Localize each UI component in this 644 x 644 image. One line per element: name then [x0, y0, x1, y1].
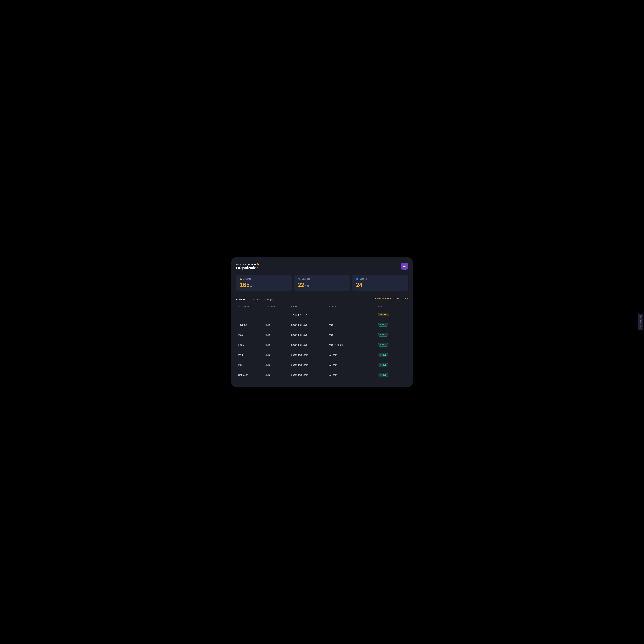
cell-more: ···	[398, 340, 408, 350]
cell-firstname: Franz	[236, 340, 263, 350]
cell-lastname: Müller	[263, 340, 289, 350]
table-row: Mark Müller abc@gmail.com A-Team Active …	[236, 350, 408, 360]
cell-groups: -	[327, 310, 376, 320]
stat-card-athletes: 🏅 Athletes 165/229	[236, 275, 292, 291]
table-header-row: First Name Last Name Email Groups Status	[236, 303, 408, 310]
tabs-left: Athletes Coaches Groups	[236, 296, 273, 303]
cell-groups: U18	[327, 330, 376, 340]
tab-athletes[interactable]: Athletes	[236, 296, 245, 303]
status-badge: Invited	[378, 313, 389, 316]
cell-lastname: Müller	[263, 360, 289, 370]
cell-status: Active	[376, 360, 398, 370]
members-table: First Name Last Name Email Groups Status…	[236, 303, 408, 380]
cell-firstname: Mark	[236, 350, 263, 360]
status-badge: Active	[378, 373, 388, 377]
status-badge: Active	[378, 333, 388, 337]
cell-more: ···	[398, 320, 408, 330]
stat-card-coaches: 👤 Coaches 22/33	[294, 275, 350, 291]
members-table-wrap: First Name Last Name Email Groups Status…	[236, 303, 408, 380]
cell-status: Active	[376, 370, 398, 380]
more-options-button[interactable]: ···	[400, 342, 406, 347]
cell-firstname: Max	[236, 330, 263, 340]
cell-more: ···	[398, 360, 408, 370]
cell-lastname: Müller	[263, 330, 289, 340]
athletes-icon: 🏅	[239, 278, 242, 280]
col-header-email: Email	[289, 303, 327, 310]
table-row: Thomas Müller abc@gmail.com U18 Active ·…	[236, 320, 408, 330]
col-header-more	[398, 303, 408, 310]
stat-card-groups: 👥 Groups 24	[352, 275, 408, 291]
cell-more: ···	[398, 350, 408, 360]
tab-coaches[interactable]: Coaches	[250, 296, 260, 303]
tab-groups[interactable]: Groups	[264, 296, 273, 303]
cell-status: Active	[376, 340, 398, 350]
cell-firstname: -	[236, 310, 263, 320]
groups-icon: 👥	[356, 278, 359, 280]
table-row: - - abc@gmail.com - Invited ···	[236, 310, 408, 320]
add-group-button[interactable]: Add Group	[396, 297, 408, 300]
feedback-tab[interactable]: FEEDBACK	[638, 314, 642, 330]
cell-lastname: Müller	[263, 320, 289, 330]
cell-status: Active	[376, 320, 398, 330]
table-row: Paul Müller abc@gmail.com A-Team Active …	[236, 360, 408, 370]
more-options-button[interactable]: ···	[400, 312, 406, 317]
header-row: Welcome, Admin 👋 Organization	[236, 263, 408, 274]
col-header-groups: Groups	[327, 303, 376, 310]
cell-email: abc@gmail.com	[289, 350, 327, 360]
cell-more: ···	[398, 330, 408, 340]
invite-members-button[interactable]: Invite Members	[375, 297, 392, 300]
cell-email: abc@gmail.com	[289, 320, 327, 330]
table-row: Franz Müller abc@gmail.com U18, A-Team A…	[236, 340, 408, 350]
cell-status: Active	[376, 330, 398, 340]
stat-card-groups-label: 👥 Groups	[356, 278, 405, 280]
cell-groups: A-Team	[327, 370, 376, 380]
welcome-text: Welcome, Admin 👋	[236, 263, 260, 266]
cell-firstname: Paul	[236, 360, 263, 370]
status-badge: Active	[378, 363, 388, 367]
logo-icon[interactable]	[401, 263, 408, 270]
cell-email: abc@gmail.com	[289, 360, 327, 370]
cell-firstname: Thomas	[236, 320, 263, 330]
cell-more: ···	[398, 310, 408, 320]
svg-point-0	[404, 265, 405, 266]
page-title: Organization	[236, 266, 260, 270]
tabs-actions: Invite Members Add Group	[375, 297, 408, 302]
cell-email: abc@gmail.com	[289, 310, 327, 320]
cell-lastname: -	[263, 310, 289, 320]
cell-more: ···	[398, 370, 408, 380]
more-options-button[interactable]: ···	[400, 332, 406, 337]
cell-email: abc@gmail.com	[289, 330, 327, 340]
stat-card-groups-value: 24	[356, 282, 405, 289]
cell-status: Invited	[376, 310, 398, 320]
cell-email: abc@gmail.com	[289, 340, 327, 350]
status-badge: Active	[378, 343, 388, 347]
stat-card-coaches-label: 👤 Coaches	[298, 278, 346, 280]
cell-groups: U18	[327, 320, 376, 330]
stats-row: 🏅 Athletes 165/229 👤 Coaches 22/33 👥 Gro…	[236, 275, 408, 291]
coaches-icon: 👤	[298, 278, 301, 280]
tabs-row: Athletes Coaches Groups Invite Members A…	[236, 296, 408, 303]
cell-groups: U18, A-Team	[327, 340, 376, 350]
cell-status: Active	[376, 350, 398, 360]
col-header-lastname: Last Name	[263, 303, 289, 310]
table-row: Christoph Müller abc@gmail.com A-Team Ac…	[236, 370, 408, 380]
stat-card-coaches-value: 22/33	[298, 282, 346, 289]
more-options-button[interactable]: ···	[400, 373, 406, 378]
app-container: Welcome, Admin 👋 Organization 🏅 Athletes…	[231, 257, 413, 387]
cell-groups: A-Team	[327, 360, 376, 370]
cell-groups: A-Team	[327, 350, 376, 360]
col-header-status: Status	[376, 303, 398, 310]
more-options-button[interactable]: ···	[400, 322, 406, 327]
status-badge: Active	[378, 353, 388, 357]
stat-card-athletes-value: 165/229	[239, 282, 288, 289]
col-header-firstname: First Name	[236, 303, 263, 310]
more-options-button[interactable]: ···	[400, 363, 406, 367]
status-badge: Active	[378, 323, 388, 327]
more-options-button[interactable]: ···	[400, 353, 406, 357]
cell-lastname: Müller	[263, 370, 289, 380]
cell-firstname: Christoph	[236, 370, 263, 380]
stat-card-athletes-label: 🏅 Athletes	[239, 278, 288, 280]
header-left: Welcome, Admin 👋 Organization	[236, 263, 260, 274]
table-row: Max Müller abc@gmail.com U18 Active ···	[236, 330, 408, 340]
cell-lastname: Müller	[263, 350, 289, 360]
